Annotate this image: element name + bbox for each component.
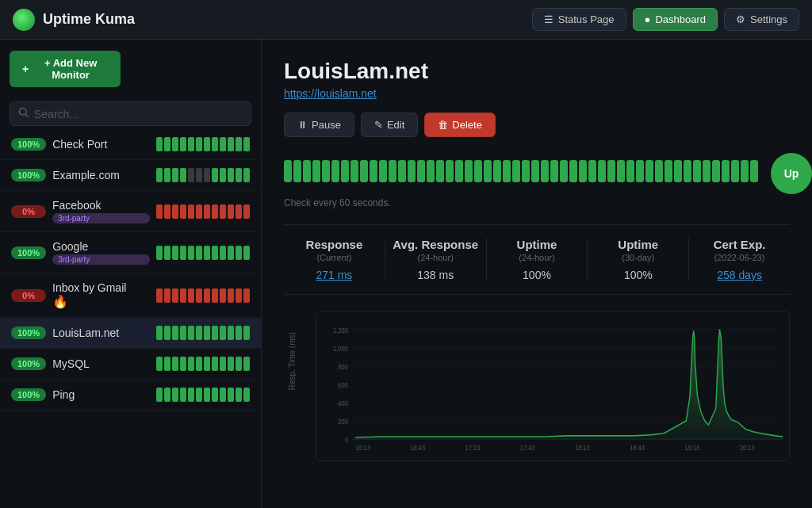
logo: Uptime Kuma	[13, 9, 135, 31]
hb-bar-segment	[331, 160, 339, 182]
hb-segment	[243, 326, 250, 340]
hb-segment	[228, 137, 234, 151]
add-monitor-button[interactable]: + + Add New Monitor	[10, 51, 121, 87]
svg-text:20:13: 20:13	[740, 444, 755, 452]
chart-container: 1,200 1,000 800 600 400 200 0 16:13 16:4…	[316, 311, 790, 461]
stat-sub: (24-hour)	[385, 253, 486, 262]
hb-segment	[243, 204, 250, 219]
hb-segment	[180, 204, 186, 219]
monitor-item[interactable]: 100% LouisLam.net	[0, 318, 261, 349]
hb-segment	[212, 326, 218, 340]
stat-item: Response (Current) 271 ms	[284, 238, 385, 281]
hb-segment	[188, 288, 194, 303]
hb-segment	[204, 388, 210, 402]
delete-button[interactable]: 🗑 Delete	[424, 113, 496, 137]
status-page-button[interactable]: ☰ Status Page	[532, 8, 626, 31]
hb-bar-segment	[370, 160, 377, 182]
nav-buttons: ☰ Status Page ● Dashboard ⚙ Settings	[532, 8, 799, 31]
hb-segment	[164, 137, 170, 151]
monitor-url[interactable]: https://louislam.net	[284, 87, 790, 100]
monitor-item[interactable]: 0% Inbox by Gmail 🔥	[0, 273, 261, 318]
hb-segment	[164, 326, 170, 340]
hb-segment	[172, 326, 178, 340]
hb-bar-segment	[684, 160, 691, 182]
hb-segment	[188, 137, 194, 151]
trash-icon: 🗑	[438, 119, 448, 131]
monitor-item[interactable]: 100% MySQL	[0, 349, 261, 380]
monitor-name-wrap: Ping	[52, 388, 150, 401]
monitor-title: LouisLam.net	[284, 59, 790, 84]
stat-sub: (30-day)	[588, 253, 688, 262]
monitor-name-wrap: LouisLam.net	[52, 327, 150, 339]
monitor-list: 100% Check Port 100% Example.com 0% Face…	[0, 129, 261, 508]
hb-segment	[228, 357, 234, 371]
hb-segment	[172, 168, 178, 182]
hb-bar-segment	[541, 160, 549, 182]
monitor-item[interactable]: 100% Check Port	[0, 129, 261, 160]
search-input[interactable]	[34, 108, 243, 120]
search-icon	[18, 107, 29, 120]
monitor-item[interactable]: 0% Facebook 3rd-party	[0, 191, 261, 232]
pause-icon: ⏸	[297, 119, 308, 131]
stat-item: Cert Exp. (2022-06-23) 258 days	[689, 238, 790, 281]
hb-segment	[220, 357, 226, 371]
stat-value[interactable]: 258 days	[689, 269, 790, 281]
stat-value: 100%	[588, 269, 688, 281]
hb-bar-segment	[617, 160, 625, 182]
hb-segment	[220, 168, 226, 182]
hb-segment	[228, 204, 234, 219]
sidebar: + + Add New Monitor 100% Check Port 100%…	[0, 40, 262, 508]
hb-segment	[172, 357, 178, 371]
hb-segment	[156, 388, 163, 402]
hb-segment	[172, 204, 178, 219]
plus-icon: +	[22, 63, 29, 75]
heartbeats	[156, 168, 250, 182]
hb-segment	[196, 388, 202, 402]
hb-segment	[220, 137, 226, 151]
hb-segment	[220, 388, 226, 402]
hb-segment	[243, 168, 250, 182]
stat-label: Uptime	[487, 238, 588, 251]
hb-bar-segment	[503, 160, 511, 182]
uptime-badge: 100%	[11, 169, 46, 181]
stat-sub: (24-hour)	[487, 253, 588, 262]
hb-bar-segment	[607, 160, 615, 182]
monitor-name: LouisLam.net	[52, 327, 150, 339]
uptime-badge: 100%	[11, 388, 46, 401]
hb-segment	[188, 246, 194, 260]
hb-bar-segment	[722, 160, 730, 182]
up-badge: Up	[771, 153, 812, 194]
stat-value[interactable]: 271 ms	[284, 269, 385, 281]
uptime-badge: 0%	[11, 205, 46, 218]
hb-bar-segment	[703, 160, 710, 182]
svg-text:800: 800	[338, 364, 348, 372]
tag-3rdparty: 3rd-party	[52, 254, 150, 265]
monitor-name-wrap: Facebook 3rd-party	[52, 199, 150, 223]
hb-segment	[156, 288, 163, 303]
hb-segment	[172, 388, 178, 402]
hb-bar-segment	[427, 160, 435, 182]
hb-bar-segment	[493, 160, 501, 182]
hb-segment	[220, 288, 226, 303]
hb-bar-segment	[712, 160, 720, 182]
monitor-item[interactable]: 100% Ping	[0, 380, 261, 411]
pause-button[interactable]: ⏸ Pause	[284, 113, 354, 137]
hb-bar-segment	[750, 160, 758, 182]
hb-segment	[188, 326, 194, 340]
stat-value: 100%	[487, 269, 588, 281]
hb-bar-segment	[665, 160, 672, 182]
hb-segment	[180, 137, 186, 151]
hb-bar-segment	[626, 160, 634, 182]
hb-segment	[204, 246, 210, 260]
settings-button[interactable]: ⚙ Settings	[724, 8, 799, 31]
monitor-item[interactable]: 100% Google 3rd-party	[0, 232, 261, 273]
hb-segment	[204, 288, 210, 303]
hb-segment	[228, 326, 234, 340]
monitor-item[interactable]: 100% Example.com	[0, 160, 261, 191]
hb-segment	[220, 326, 226, 340]
hb-bar-segment	[741, 160, 749, 182]
edit-button[interactable]: ✎ Edit	[361, 113, 418, 137]
stat-item: Uptime (30-day) 100%	[588, 238, 689, 281]
dashboard-button[interactable]: ● Dashboard	[633, 8, 718, 31]
menu-icon: ☰	[544, 13, 553, 25]
